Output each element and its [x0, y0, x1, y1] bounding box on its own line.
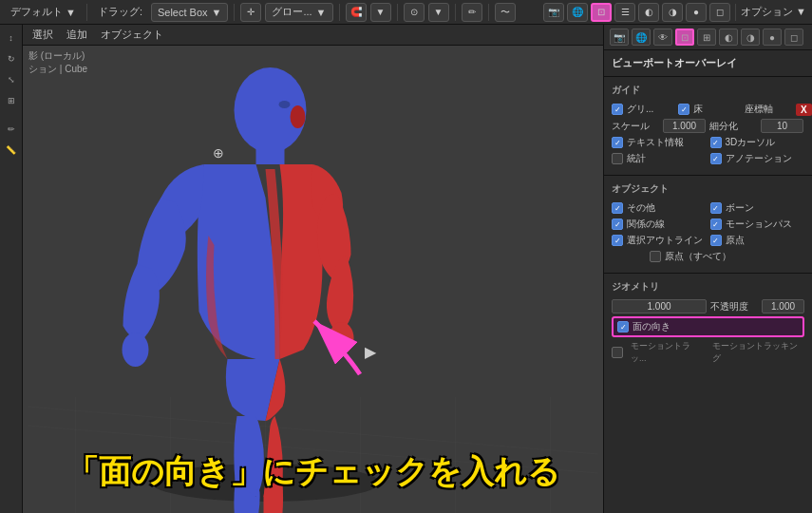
select-outline-checkbox[interactable] — [612, 235, 623, 246]
face-direction-checkbox[interactable] — [617, 321, 629, 332]
bone-label: ボーン — [726, 201, 805, 215]
scale-value[interactable]: 1.000 — [663, 119, 706, 133]
separator-5 — [455, 4, 456, 21]
subdivide-label: 細分化 — [709, 120, 757, 133]
add-menu[interactable]: 追加 — [63, 26, 91, 44]
select-box-dropdown[interactable]: Select Box ▼ — [151, 3, 228, 22]
origin-all-row: 原点（すべて） — [612, 250, 804, 263]
relation-motion-row: 関係の線 モーションパス — [612, 218, 804, 231]
svg-rect-11 — [256, 145, 285, 164]
shading-panel-btn3[interactable]: ● — [763, 28, 782, 46]
drag-label: ドラッグ: — [93, 3, 147, 21]
motion-path-checkbox[interactable] — [710, 218, 722, 230]
stats-row: 統計 アノテーション — [612, 152, 804, 165]
subdivide-value[interactable]: 10 — [761, 119, 803, 133]
right-toolbar: 📷 🌐 ⊡ ☰ ◐ ◑ ● ◻ オプション ▼ — [543, 3, 806, 22]
cursor-icon-btn[interactable]: ✛ — [240, 3, 261, 22]
panel-icons-row: 📷 🌐 👁 ⊡ ⊞ ◐ ◑ ● ◻ — [604, 25, 812, 50]
separator-2 — [234, 4, 235, 21]
annotation-checkbox[interactable] — [710, 153, 722, 164]
origin-checkbox[interactable] — [710, 235, 722, 246]
camera-panel-btn[interactable]: 📷 — [610, 28, 629, 46]
axis-label: 座標軸 — [745, 103, 792, 116]
camera-icon-btn[interactable]: 📷 — [543, 3, 564, 22]
default-menu[interactable]: デフォルト ▼ — [6, 3, 81, 21]
object-menu[interactable]: オブジェクト — [97, 26, 167, 44]
grid-label: グリ... — [627, 103, 674, 116]
relation-checkbox[interactable] — [612, 218, 623, 230]
divider-1 — [604, 76, 812, 77]
scale-tool-icon[interactable]: ⤡ — [2, 70, 21, 89]
grease-btn[interactable]: 〜 — [495, 3, 516, 22]
object-section: その他 ボーン 関係の線 モーションパス 選択アウトライン 原点 原点（すべて） — [604, 198, 812, 270]
separator-4 — [397, 4, 398, 21]
opacity-value[interactable]: 1.000 — [762, 299, 804, 314]
transform-tool-icon[interactable]: ⊞ — [2, 91, 21, 110]
shading4-btn[interactable]: ◻ — [709, 3, 730, 22]
proportional-btn[interactable]: ⊙ — [404, 3, 425, 22]
origin-label: 原点 — [726, 234, 805, 247]
scene-svg: ⊕ — [23, 46, 603, 513]
proportional-dropdown[interactable]: ▼ — [428, 3, 449, 22]
snap-dropdown-btn[interactable]: ▼ — [370, 3, 391, 22]
shading-panel-btn4[interactable]: ◻ — [784, 28, 803, 46]
render-icon-btn[interactable]: 🌐 — [567, 3, 588, 22]
separator-3 — [339, 4, 340, 21]
other-bone-row: その他 ボーン — [612, 201, 804, 215]
svg-text:⊕: ⊕ — [213, 145, 224, 161]
shading3-btn[interactable]: ● — [686, 3, 707, 22]
figure-area: ⊕ 影 (ローカル) ション | Cube ▶ 「面の向き」にチェックを入れる — [23, 46, 603, 513]
measure-tool-icon[interactable]: 📏 — [2, 141, 21, 160]
options-label[interactable]: オプション ▼ — [741, 5, 806, 19]
axis-x-btn[interactable]: X — [796, 104, 812, 116]
gizmo-btn[interactable]: ☰ — [614, 3, 635, 22]
select-menu[interactable]: 選択 — [28, 26, 57, 44]
guide-section: グリ... 床 座標軸 X Y Z スケール 1.000 細分化 10 テキスト… — [604, 99, 812, 172]
text-info-checkbox[interactable] — [612, 137, 623, 148]
geometry-title: ジオメトリ — [604, 276, 812, 295]
mouse-cursor-indicator: ▶ — [365, 343, 376, 361]
relation-label: 関係の線 — [627, 218, 707, 231]
select-origin-row: 選択アウトライン 原点 — [612, 234, 804, 247]
other-checkbox[interactable] — [612, 202, 623, 214]
select-outline-label: 選択アウトライン — [627, 234, 707, 247]
svg-point-13 — [330, 322, 354, 354]
floor-label: 床 — [693, 103, 741, 116]
grid-checkbox[interactable] — [612, 104, 623, 115]
other-label: その他 — [627, 201, 707, 215]
svg-point-15 — [279, 101, 291, 108]
left-sidebar: ↕ ↻ ⤡ ⊞ ✏ 📏 — [0, 25, 23, 513]
shading-panel-btn1[interactable]: ◐ — [719, 28, 738, 46]
overlay-toggle-btn[interactable]: ⊡ — [591, 3, 612, 22]
text-info-row: テキスト情報 3Dカーソル — [612, 136, 804, 149]
floor-checkbox[interactable] — [678, 104, 689, 115]
divider-3 — [604, 273, 812, 274]
bone-checkbox[interactable] — [710, 202, 722, 214]
motion-tracking-row: モーショントラッ... モーショントラッキング — [612, 340, 804, 365]
global-dropdown[interactable]: グロー... ▼ — [265, 3, 332, 22]
svg-point-14 — [291, 105, 306, 128]
panel-title: ビューポートオーバーレイ — [604, 50, 812, 73]
globe-panel-btn[interactable]: 🌐 — [632, 28, 651, 46]
shading1-btn[interactable]: ◐ — [638, 3, 659, 22]
scale-row: スケール 1.000 細分化 10 — [612, 119, 804, 133]
annotate-btn[interactable]: ✏ — [462, 3, 482, 22]
motion-tracking-checkbox[interactable] — [612, 347, 623, 358]
3d-cursor-checkbox[interactable] — [710, 137, 722, 148]
separator-1 — [86, 4, 87, 21]
wireframe-opacity-row: 1.000 不透明度 1.000 — [612, 299, 804, 314]
move-tool-icon[interactable]: ↕ — [2, 28, 21, 48]
eye-panel-btn[interactable]: 👁 — [653, 28, 672, 46]
stats-checkbox[interactable] — [612, 153, 623, 164]
rotate-tool-icon[interactable]: ↻ — [2, 49, 21, 68]
shading2-btn[interactable]: ◑ — [662, 3, 683, 22]
wireframe-value[interactable]: 1.000 — [612, 299, 707, 314]
divider-2 — [604, 175, 812, 176]
shading-panel-btn2[interactable]: ◑ — [741, 28, 760, 46]
annotate-tool-icon[interactable]: ✏ — [2, 120, 21, 139]
magnet-icon-btn[interactable]: 🧲 — [346, 3, 367, 22]
gizmo-panel-btn[interactable]: ⊞ — [697, 28, 716, 46]
overlay-panel-btn-active[interactable]: ⊡ — [675, 28, 694, 46]
geometry-section: 1.000 不透明度 1.000 面の向き モーショントラッ... モーショント… — [604, 295, 812, 371]
origin-all-checkbox[interactable] — [650, 251, 661, 262]
